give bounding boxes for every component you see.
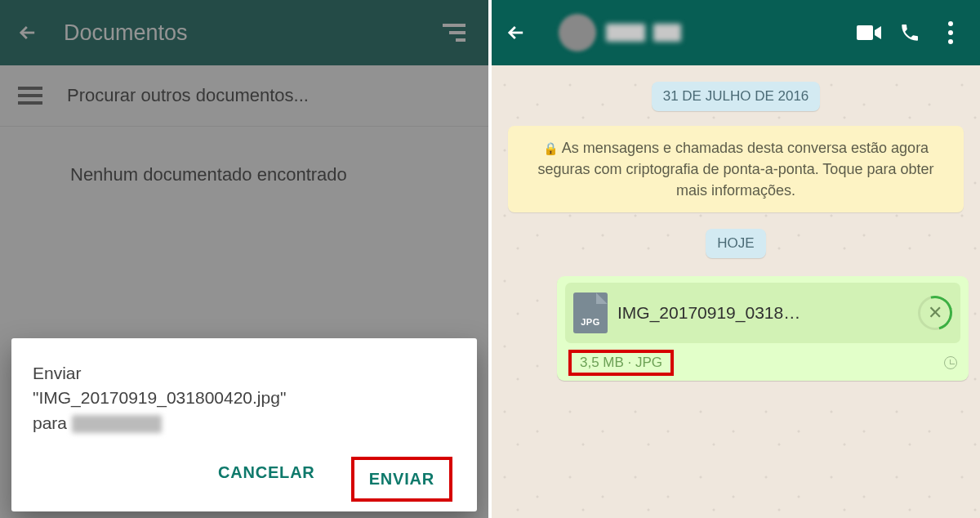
dialog-line1: Enviar (33, 364, 82, 382)
lock-icon: 🔒 (543, 141, 559, 155)
upload-cancel-button[interactable]: ✕ (918, 296, 952, 330)
file-message-bubble[interactable]: JPG IMG_20170919_0318… ✕ 3,5 MB · JPG (557, 276, 969, 381)
send-button[interactable]: ENVIAR (361, 463, 443, 495)
contact-name-area[interactable] (606, 24, 846, 42)
contact-name-blurred-2 (653, 24, 681, 42)
chat-back-button[interactable] (503, 20, 529, 46)
documents-screen: Documentos Procurar outros documentos...… (0, 0, 488, 518)
date-chip: 31 DE JULHO DE 2016 (652, 82, 821, 111)
video-call-button[interactable] (851, 15, 887, 51)
encryption-notice[interactable]: 🔒As mensagens e chamadas desta conversa … (508, 126, 964, 212)
send-button-highlight: ENVIAR (351, 457, 452, 502)
documents-list: Procurar outros documentos... Nenhum doc… (0, 65, 488, 223)
back-button[interactable] (15, 20, 41, 46)
chat-body: 31 DE JULHO DE 2016 🔒As mensagens e cham… (492, 65, 980, 518)
contact-name-blurred (606, 24, 645, 42)
file-meta-row: 3,5 MB · JPG (565, 350, 960, 376)
search-other-documents-label: Procurar outros documentos... (67, 85, 309, 106)
dialog-actions: CANCELAR ENVIAR (33, 457, 456, 502)
voice-call-button[interactable] (892, 15, 928, 51)
file-meta-highlight: 3,5 MB · JPG (568, 350, 674, 376)
dialog-message: Enviar "IMG_20170919_031800420.jpg" para (33, 361, 456, 435)
today-chip: HOJE (706, 229, 765, 258)
pending-clock-icon (944, 356, 957, 369)
search-other-documents-row[interactable]: Procurar outros documentos... (0, 65, 488, 127)
dialog-para: para (33, 413, 72, 432)
file-type-icon: JPG (573, 292, 608, 333)
file-type-label: JPG (573, 317, 608, 327)
sort-icon[interactable] (443, 24, 466, 42)
file-name: IMG_20170919_0318… (617, 303, 908, 323)
dialog-recipient-blurred (72, 415, 162, 433)
documents-topbar: Documentos (0, 0, 488, 65)
cancel-button[interactable]: CANCELAR (210, 457, 323, 502)
page-title: Documentos (64, 20, 443, 46)
chat-topbar (492, 0, 980, 65)
encryption-text: As mensagens e chamadas desta conversa e… (538, 140, 934, 199)
more-menu-button[interactable] (933, 15, 969, 51)
chat-screen: 31 DE JULHO DE 2016 🔒As mensagens e cham… (492, 0, 980, 518)
contact-avatar[interactable] (559, 14, 596, 51)
close-icon: ✕ (928, 304, 942, 322)
send-confirm-dialog: Enviar "IMG_20170919_031800420.jpg" para… (11, 338, 477, 511)
empty-state-text: Nenhum documentado encontrado (0, 127, 488, 223)
file-attachment: JPG IMG_20170919_0318… ✕ (565, 283, 960, 343)
file-meta-text: 3,5 MB · JPG (580, 355, 662, 370)
more-icon (945, 18, 956, 47)
dialog-filename: "IMG_20170919_031800420.jpg" (33, 388, 286, 407)
svg-rect-0 (857, 25, 873, 40)
storage-icon (18, 87, 42, 105)
